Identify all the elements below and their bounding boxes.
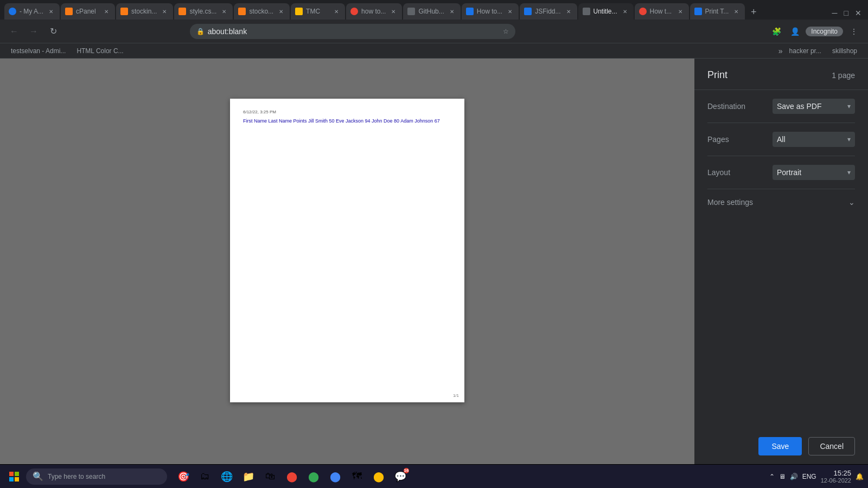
tab-label-stockin1: stockin... (131, 8, 157, 15)
tab-printe[interactable]: Print T... ✕ (690, 3, 745, 20)
bookmark-hackerpr[interactable]: hacker pr... (785, 46, 826, 56)
tab-label-tmc: TMC (306, 8, 329, 15)
pages-select[interactable]: All (773, 132, 855, 147)
bookmarks-expand[interactable]: » (778, 47, 783, 55)
bookmark-htmlcolor[interactable]: HTML Color C... (72, 46, 127, 56)
tab-howto1[interactable]: how to... ✕ (346, 3, 402, 20)
tab-tmc[interactable]: TMC ✕ (291, 3, 345, 20)
taskbar-app-taskview[interactable]: 🗂 (195, 467, 215, 486)
bookmarks-bar: testselvan - Admi... HTML Color C... » h… (0, 43, 868, 59)
layout-select-container: Portrait Landscape (773, 165, 855, 180)
tab-close-howto3[interactable]: ✕ (676, 7, 685, 16)
tab-favicon-stylecs (178, 8, 186, 15)
tab-controls: ─ □ ✕ (830, 7, 864, 20)
tab-close-howto1[interactable]: ✕ (389, 7, 398, 16)
tab-close-stockin2[interactable]: ✕ (277, 7, 285, 16)
tab-close-cpanel[interactable]: ✕ (102, 7, 111, 16)
browser-frame: - My A... ✕ cPanel ✕ stockin... ✕ style.… (0, 0, 868, 488)
address-bar[interactable]: 🔒 about:blank ☆ (190, 24, 515, 39)
volume-icon[interactable]: 🔊 (790, 473, 798, 480)
taskbar-app-chrome3[interactable]: ⬤ (326, 467, 345, 486)
tab-close-printe[interactable]: ✕ (732, 7, 741, 16)
profile-button[interactable]: 👤 (787, 24, 802, 39)
tab-jsfiddle[interactable]: JSFidd... ✕ (520, 3, 577, 20)
svg-rect-2 (9, 477, 14, 481)
taskbar-search-bar[interactable]: 🔍 Type here to search (26, 468, 167, 485)
tab-favicon-howto1 (350, 8, 358, 15)
tab-favicon-untitled (583, 8, 590, 15)
pages-select-container: All (773, 132, 855, 147)
tab-bar: - My A... ✕ cPanel ✕ stockin... ✕ style.… (0, 0, 868, 20)
new-tab-button[interactable]: + (746, 4, 761, 20)
taskbar-date: 12-06-2022 (821, 477, 851, 484)
extensions-button[interactable]: 🧩 (769, 24, 784, 39)
network-icon[interactable]: 🖥 (779, 473, 786, 480)
incognito-badge[interactable]: Incognito (806, 27, 843, 36)
taskbar-app-maps[interactable]: 🗺 (347, 467, 367, 486)
tab-howto3[interactable]: How t... ✕ (635, 3, 689, 20)
print-dialog: 6/12/22, 3:25 PM First Name Last Name Po… (0, 59, 868, 464)
system-tray-up-arrow[interactable]: ⌃ (769, 473, 775, 480)
tab-stylecs[interactable]: style.cs... ✕ (174, 3, 233, 20)
taskbar-time: 15:25 (821, 469, 851, 477)
tab-label-printe: Print T... (705, 8, 729, 15)
layout-label: Layout (707, 168, 773, 177)
svg-rect-3 (15, 477, 19, 481)
more-settings-row[interactable]: More settings ⌄ (707, 189, 855, 215)
tab-favicon-stockin2 (238, 8, 246, 15)
taskbar-app-store[interactable]: 🛍 (260, 467, 280, 486)
tab-stockin2[interactable]: stocko... ✕ (234, 3, 290, 20)
minimize-button[interactable]: ─ (830, 7, 840, 20)
taskbar-app-explorer[interactable]: 📁 (239, 467, 258, 486)
tab-label-stylecs: style.cs... (189, 8, 216, 15)
notification-center-icon[interactable]: 🔔 (856, 473, 864, 480)
bookmark-skillshop[interactable]: skillshop (828, 46, 861, 56)
tab-untitled[interactable]: Untitle... ✕ (578, 3, 634, 20)
taskbar-app-chrome2[interactable]: ⬤ (304, 467, 323, 486)
taskbar-app-cortana[interactable]: 🎯 (174, 467, 193, 486)
taskbar-app-chrome4[interactable]: ⬤ (369, 467, 388, 486)
tab-myA[interactable]: - My A... ✕ (4, 3, 60, 20)
tab-close-stylecs[interactable]: ✕ (220, 7, 228, 16)
bookmark-testselvan[interactable]: testselvan - Admi... (7, 46, 70, 56)
forward-button[interactable]: → (26, 24, 41, 39)
more-settings-label: More settings (707, 198, 753, 207)
tab-close-github[interactable]: ✕ (448, 7, 456, 16)
tab-howto2[interactable]: How to... ✕ (462, 3, 519, 20)
print-settings-header: Print 1 page (694, 59, 868, 90)
tab-close-myA[interactable]: ✕ (47, 7, 55, 16)
taskbar-clock[interactable]: 15:25 12-06-2022 (821, 469, 851, 484)
tab-close-jsfiddle[interactable]: ✕ (564, 7, 573, 16)
pages-label: Pages (707, 135, 773, 144)
star-icon[interactable]: ☆ (503, 28, 509, 35)
back-button[interactable]: ← (7, 24, 22, 39)
destination-select[interactable]: Save as PDF (773, 99, 855, 114)
menu-button[interactable]: ⋮ (846, 24, 861, 39)
tab-close-untitled[interactable]: ✕ (621, 7, 629, 16)
close-browser-button[interactable]: ✕ (853, 7, 864, 20)
tab-close-stockin1[interactable]: ✕ (160, 7, 169, 16)
cancel-button[interactable]: Cancel (808, 437, 855, 455)
tab-cpanel[interactable]: cPanel ✕ (61, 3, 115, 20)
tab-github[interactable]: GitHub... ✕ (403, 3, 460, 20)
tab-label-howto1: how to... (361, 8, 386, 15)
taskbar-app-notification[interactable]: 💬 16 (391, 467, 410, 486)
layout-value-container: Portrait Landscape (773, 165, 855, 180)
tab-stockin1[interactable]: stockin... ✕ (116, 3, 173, 20)
reload-button[interactable]: ↻ (46, 24, 61, 39)
start-button[interactable] (4, 467, 24, 486)
taskbar-right: ⌃ 🖥 🔊 ENG 15:25 12-06-2022 🔔 (769, 469, 864, 484)
maximize-button[interactable]: □ (842, 7, 851, 20)
taskbar-app-chrome1[interactable]: ⬤ (282, 467, 302, 486)
tab-label-cpanel: cPanel (76, 8, 99, 15)
destination-value-container: Save as PDF (773, 99, 855, 114)
tab-close-howto2[interactable]: ✕ (506, 7, 514, 16)
address-bar-row: ← → ↻ 🔒 about:blank ☆ 🧩 👤 Incognito ⋮ (0, 20, 868, 43)
tab-close-tmc[interactable]: ✕ (332, 7, 341, 16)
save-button[interactable]: Save (758, 437, 802, 455)
windows-icon (9, 472, 19, 481)
print-page-content: 6/12/22, 3:25 PM First Name Last Name Po… (230, 99, 464, 136)
tab-label-untitled: Untitle... (593, 8, 617, 15)
taskbar-app-edge[interactable]: 🌐 (217, 467, 237, 486)
layout-select[interactable]: Portrait Landscape (773, 165, 855, 180)
